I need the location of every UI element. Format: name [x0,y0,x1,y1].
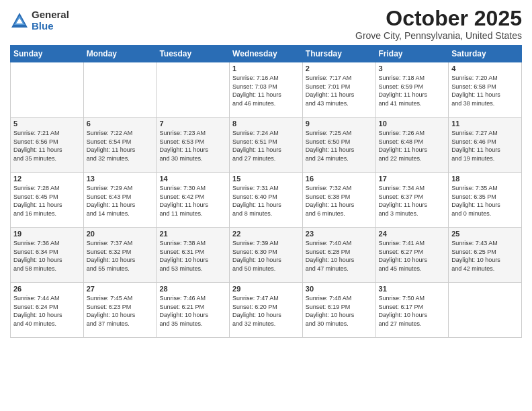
day-info: Sunrise: 7:41 AM Sunset: 6:27 PM Dayligh… [379,239,446,273]
day-number: 25 [451,230,519,238]
day-number: 16 [306,175,373,183]
calendar-cell: 7Sunrise: 7:23 AM Sunset: 6:53 PM Daylig… [157,118,230,173]
col-tuesday: Tuesday [157,46,230,62]
calendar-cell: 10Sunrise: 7:26 AM Sunset: 6:48 PM Dayli… [375,118,449,173]
day-info: Sunrise: 7:20 AM Sunset: 6:58 PM Dayligh… [451,74,519,107]
day-number: 26 [13,285,81,293]
calendar-cell: 29Sunrise: 7:47 AM Sunset: 6:20 PM Dayli… [230,283,303,338]
calendar-cell: 2Sunrise: 7:17 AM Sunset: 7:01 PM Daylig… [302,62,375,118]
day-info: Sunrise: 7:25 AM Sunset: 6:50 PM Dayligh… [306,129,373,163]
calendar-cell: 30Sunrise: 7:48 AM Sunset: 6:19 PM Dayli… [302,283,375,338]
calendar-cell: 3Sunrise: 7:18 AM Sunset: 6:59 PM Daylig… [375,62,449,118]
calendar-header-row: Sunday Monday Tuesday Wednesday Thursday… [11,46,522,62]
day-info: Sunrise: 7:17 AM Sunset: 7:01 PM Dayligh… [306,74,373,107]
day-number: 11 [451,120,519,128]
day-number: 18 [451,175,519,183]
calendar-cell: 23Sunrise: 7:40 AM Sunset: 6:28 PM Dayli… [302,228,375,283]
calendar-week-row-3: 19Sunrise: 7:36 AM Sunset: 6:34 PM Dayli… [11,228,522,283]
day-number: 24 [379,230,446,238]
calendar-cell: 21Sunrise: 7:38 AM Sunset: 6:31 PM Dayli… [157,228,230,283]
calendar-cell [83,62,157,118]
logo-blue-label: Blue [32,21,69,32]
calendar-cell: 25Sunrise: 7:43 AM Sunset: 6:25 PM Dayli… [449,228,522,283]
calendar-cell: 5Sunrise: 7:21 AM Sunset: 6:56 PM Daylig… [11,118,84,173]
day-info: Sunrise: 7:43 AM Sunset: 6:25 PM Dayligh… [451,239,519,273]
logo: General Blue [10,9,69,32]
calendar-cell: 13Sunrise: 7:29 AM Sunset: 6:43 PM Dayli… [83,173,157,228]
calendar-cell: 6Sunrise: 7:22 AM Sunset: 6:54 PM Daylig… [83,118,157,173]
calendar-cell: 16Sunrise: 7:32 AM Sunset: 6:38 PM Dayli… [302,173,375,228]
calendar-cell: 11Sunrise: 7:27 AM Sunset: 6:46 PM Dayli… [449,118,522,173]
day-info: Sunrise: 7:44 AM Sunset: 6:24 PM Dayligh… [13,294,81,328]
calendar-cell: 14Sunrise: 7:30 AM Sunset: 6:42 PM Dayli… [157,173,230,228]
calendar-cell: 18Sunrise: 7:35 AM Sunset: 6:35 PM Dayli… [449,173,522,228]
day-info: Sunrise: 7:16 AM Sunset: 7:03 PM Dayligh… [232,74,300,107]
header: General Blue October 2025 Grove City, Pe… [10,7,522,41]
calendar-week-row-2: 12Sunrise: 7:28 AM Sunset: 6:45 PM Dayli… [11,173,522,228]
day-info: Sunrise: 7:28 AM Sunset: 6:45 PM Dayligh… [13,184,81,218]
day-info: Sunrise: 7:31 AM Sunset: 6:40 PM Dayligh… [232,184,300,218]
day-number: 22 [232,230,300,238]
day-info: Sunrise: 7:29 AM Sunset: 6:43 PM Dayligh… [87,184,154,218]
location-subtitle: Grove City, Pennsylvania, United States [355,30,522,41]
calendar-cell: 26Sunrise: 7:44 AM Sunset: 6:24 PM Dayli… [11,283,84,338]
col-friday: Friday [375,46,449,62]
day-info: Sunrise: 7:22 AM Sunset: 6:54 PM Dayligh… [87,129,154,163]
day-number: 13 [87,175,154,183]
col-saturday: Saturday [449,46,522,62]
calendar-cell [157,62,230,118]
day-number: 19 [13,230,81,238]
day-number: 8 [232,120,300,128]
calendar-cell: 15Sunrise: 7:31 AM Sunset: 6:40 PM Dayli… [230,173,303,228]
day-info: Sunrise: 7:35 AM Sunset: 6:35 PM Dayligh… [451,184,519,218]
day-number: 15 [232,175,300,183]
day-info: Sunrise: 7:39 AM Sunset: 6:30 PM Dayligh… [232,239,300,273]
day-info: Sunrise: 7:18 AM Sunset: 6:59 PM Dayligh… [379,74,446,107]
day-number: 4 [451,64,519,73]
day-info: Sunrise: 7:23 AM Sunset: 6:53 PM Dayligh… [159,129,226,163]
col-wednesday: Wednesday [230,46,303,62]
calendar-cell: 24Sunrise: 7:41 AM Sunset: 6:27 PM Dayli… [375,228,449,283]
day-info: Sunrise: 7:48 AM Sunset: 6:19 PM Dayligh… [306,294,373,328]
logo-icon [10,11,29,30]
day-info: Sunrise: 7:27 AM Sunset: 6:46 PM Dayligh… [451,129,519,163]
day-number: 3 [379,64,446,73]
calendar-cell: 12Sunrise: 7:28 AM Sunset: 6:45 PM Dayli… [11,173,84,228]
day-info: Sunrise: 7:36 AM Sunset: 6:34 PM Dayligh… [13,239,81,273]
col-sunday: Sunday [11,46,84,62]
calendar-cell: 19Sunrise: 7:36 AM Sunset: 6:34 PM Dayli… [11,228,84,283]
day-number: 31 [379,285,446,293]
day-number: 10 [379,120,446,128]
calendar-week-row-0: 1Sunrise: 7:16 AM Sunset: 7:03 PM Daylig… [11,62,522,118]
day-info: Sunrise: 7:21 AM Sunset: 6:56 PM Dayligh… [13,129,81,163]
day-number: 27 [87,285,154,293]
calendar-cell: 4Sunrise: 7:20 AM Sunset: 6:58 PM Daylig… [449,62,522,118]
day-number: 12 [13,175,81,183]
day-info: Sunrise: 7:46 AM Sunset: 6:21 PM Dayligh… [159,294,226,328]
day-info: Sunrise: 7:30 AM Sunset: 6:42 PM Dayligh… [159,184,226,218]
day-number: 21 [159,230,226,238]
logo-text: General Blue [32,9,69,32]
calendar-week-row-4: 26Sunrise: 7:44 AM Sunset: 6:24 PM Dayli… [11,283,522,338]
day-number: 14 [159,175,226,183]
page: General Blue October 2025 Grove City, Pe… [0,0,532,411]
logo-general-label: General [32,9,69,21]
calendar-cell: 20Sunrise: 7:37 AM Sunset: 6:32 PM Dayli… [83,228,157,283]
col-thursday: Thursday [302,46,375,62]
calendar-cell: 17Sunrise: 7:34 AM Sunset: 6:37 PM Dayli… [375,173,449,228]
month-title: October 2025 [355,7,522,30]
calendar-cell: 28Sunrise: 7:46 AM Sunset: 6:21 PM Dayli… [157,283,230,338]
day-number: 30 [306,285,373,293]
day-info: Sunrise: 7:47 AM Sunset: 6:20 PM Dayligh… [232,294,300,328]
day-info: Sunrise: 7:32 AM Sunset: 6:38 PM Dayligh… [306,184,373,218]
day-info: Sunrise: 7:50 AM Sunset: 6:17 PM Dayligh… [379,294,446,328]
day-number: 7 [159,120,226,128]
day-number: 1 [232,64,300,73]
calendar-week-row-1: 5Sunrise: 7:21 AM Sunset: 6:56 PM Daylig… [11,118,522,173]
day-number: 29 [232,285,300,293]
day-number: 20 [87,230,154,238]
day-info: Sunrise: 7:45 AM Sunset: 6:23 PM Dayligh… [87,294,154,328]
day-number: 28 [159,285,226,293]
day-info: Sunrise: 7:40 AM Sunset: 6:28 PM Dayligh… [306,239,373,273]
calendar-cell: 27Sunrise: 7:45 AM Sunset: 6:23 PM Dayli… [83,283,157,338]
